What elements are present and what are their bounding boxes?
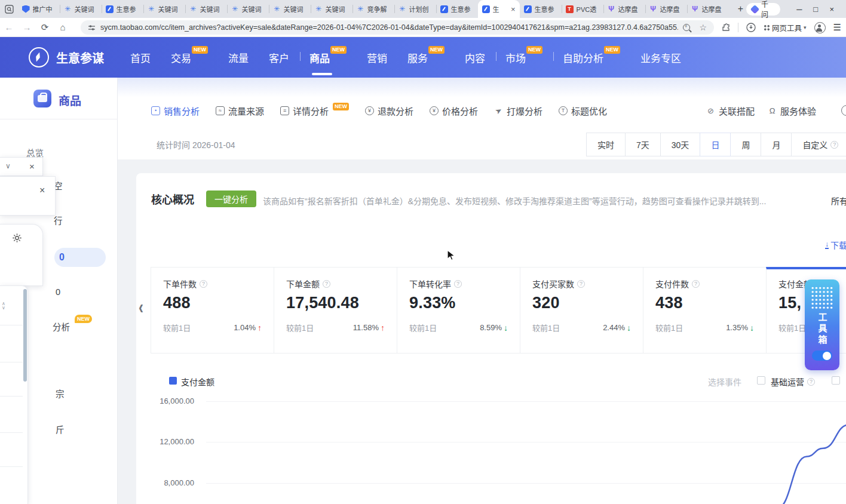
event-checkbox-2[interactable] — [832, 376, 840, 385]
date-range-button[interactable]: 周 ? — [730, 133, 761, 156]
browser-tab[interactable]: 关键词 × — [269, 0, 311, 18]
browser-brand-button[interactable]: 千问 — [746, 3, 780, 16]
carousel-prev-arrow[interactable]: ‹ — [139, 295, 143, 318]
nav-item[interactable]: 商品NEW — [309, 50, 347, 65]
browser-menu-icon[interactable]: ☰ — [833, 22, 841, 33]
metric-card[interactable]: 支付件数? 438 较前1日 1.35% — [643, 267, 767, 354]
analysis-tab[interactable]: 标题优化 — [559, 105, 607, 117]
all-actions-link[interactable]: 所有 — [831, 195, 846, 207]
window-minimize-button[interactable]: ─ — [791, 5, 807, 14]
analysis-tab[interactable]: 流量来源 — [216, 105, 264, 117]
nav-item[interactable]: 业务专区 — [640, 50, 681, 65]
close-icon[interactable]: × — [29, 161, 35, 171]
nav-item[interactable]: 流量 — [228, 50, 249, 65]
tab-close-icon[interactable]: × — [511, 5, 516, 14]
sidebar-item-fragment[interactable]: 行 — [54, 214, 63, 226]
date-range-button[interactable]: 30天 ? — [660, 133, 701, 156]
browser-tab[interactable]: 竞争解 × — [352, 0, 394, 18]
browser-tab[interactable]: PVC透 × — [562, 0, 603, 18]
help-icon[interactable]: ? — [807, 378, 815, 386]
collapse-chevron-icon[interactable]: ∨ — [5, 162, 11, 170]
help-icon[interactable]: ? — [830, 141, 838, 149]
gear-icon[interactable] — [12, 233, 22, 245]
event-checkbox[interactable] — [757, 376, 765, 385]
toolbox-toggle[interactable] — [812, 351, 832, 361]
extensions-puzzle-icon[interactable] — [722, 23, 730, 32]
analysis-tab[interactable]: 退款分析 — [365, 105, 413, 117]
date-range-button[interactable]: 月 ? — [761, 133, 792, 156]
nav-item[interactable]: 交易NEW — [171, 50, 208, 65]
nav-item[interactable]: 首页 — [130, 50, 151, 65]
analysis-tab[interactable]: 打爆分析 — [494, 105, 542, 117]
metric-card[interactable]: 支付买家数? 320 较前1日 2.44% — [520, 267, 643, 354]
nav-item[interactable]: 内容 — [465, 50, 485, 65]
sort-chevrons-icon[interactable]: ∧∨ — [2, 302, 5, 310]
metric-card[interactable]: 下单金额? 17,540.48 较前1日 11.58% — [274, 267, 397, 354]
clipped-icon[interactable] — [841, 105, 846, 116]
floating-panel-settings[interactable] — [0, 224, 43, 286]
window-close-button[interactable]: × — [824, 5, 840, 14]
nav-item[interactable]: 客户 — [269, 50, 289, 65]
nav-item[interactable]: 营销 — [367, 50, 387, 65]
back-button[interactable]: ← — [0, 22, 18, 32]
browser-tab[interactable]: 关键词 × — [60, 0, 102, 18]
browser-tab[interactable]: 关键词 × — [185, 0, 227, 18]
new-tab-button[interactable]: + — [735, 4, 747, 14]
meta-link[interactable]: 服务体验 — [768, 105, 816, 117]
metric-card[interactable]: 下单件数? 488 较前1日 1.04% — [151, 267, 274, 354]
web-tools-button[interactable]: 网页工具 ▾ — [764, 22, 807, 33]
sidebar-item-fragment[interactable]: 宗 — [56, 387, 65, 399]
sidebar-item-fragment[interactable]: 0 — [59, 252, 65, 263]
browser-tab[interactable]: 关键词 × — [227, 0, 269, 18]
browser-tab[interactable]: 推广中 × — [18, 0, 60, 18]
browser-tab[interactable]: 达摩盘 × — [687, 0, 729, 18]
home-button[interactable]: ⌂ — [54, 22, 72, 32]
date-range-button[interactable]: 7天 ? — [625, 133, 661, 156]
browser-tab[interactable]: 关键词 × — [143, 0, 185, 18]
close-icon[interactable]: × — [39, 185, 45, 196]
floating-panel-small[interactable]: ∨ × — [0, 157, 43, 176]
browser-tab[interactable]: 生 × — [478, 0, 520, 18]
meta-link[interactable]: 关联搭配 — [706, 105, 755, 117]
date-range-button[interactable]: 实时 ? — [586, 133, 626, 156]
bookmark-star-icon[interactable]: ☆ — [699, 23, 707, 32]
nav-item[interactable]: 市场NEW — [505, 50, 542, 65]
profile-avatar[interactable] — [814, 22, 826, 33]
floating-panel[interactable]: × — [0, 176, 56, 216]
site-settings-icon[interactable] — [88, 24, 96, 32]
sidebar-item-fragment[interactable]: 斤 — [56, 423, 65, 435]
metric-card[interactable]: 下单转化率? 9.33% 较前1日 8.59% — [397, 267, 520, 354]
browser-tab[interactable]: 生意参 × — [102, 0, 143, 18]
help-icon[interactable]: ? — [200, 280, 207, 288]
scrollbar-thumb[interactable] — [23, 289, 27, 382]
tab-search-icon[interactable] — [4, 3, 16, 15]
analysis-tab[interactable]: 详情分析 NEW — [280, 105, 349, 117]
one-click-analyze-button[interactable]: 一键分析 — [206, 190, 256, 207]
zoom-icon[interactable] — [683, 24, 690, 31]
help-icon[interactable]: ? — [454, 280, 462, 288]
forward-button[interactable]: → — [18, 22, 36, 32]
browser-tab[interactable]: 计划创 × — [394, 0, 436, 18]
help-icon[interactable]: ? — [323, 280, 330, 288]
download-icon[interactable] — [746, 23, 756, 32]
date-range-button[interactable]: 日 ? — [700, 133, 731, 156]
nav-item[interactable]: 自助分析NEW — [563, 50, 620, 65]
analysis-tab[interactable]: 价格分析 — [430, 105, 478, 117]
date-range-button[interactable]: 自定义 ? — [791, 133, 846, 156]
browser-tab[interactable]: 关键词 × — [311, 0, 352, 18]
help-icon[interactable]: ? — [692, 280, 700, 288]
download-link[interactable]: ↓ 下载 — [825, 239, 846, 251]
nav-item[interactable]: 服务NEW — [407, 50, 445, 65]
browser-tab[interactable]: 达摩盘 × — [645, 0, 687, 18]
sidebar-item-fragment[interactable]: 0 — [56, 287, 60, 297]
brand-name[interactable]: 生意参谋 — [56, 49, 104, 66]
window-maximize-button[interactable]: □ — [807, 5, 823, 14]
browser-tab[interactable]: 生意参 × — [520, 0, 562, 18]
sidebar-item-fragment[interactable]: 分析NEW — [53, 320, 70, 333]
help-icon[interactable]: ? — [577, 280, 585, 288]
toolbox-widget[interactable]: 工具箱 — [805, 279, 839, 370]
browser-tab[interactable]: 生意参 × — [436, 0, 478, 18]
address-bar[interactable]: sycm.taobao.com/cc/item_archives?activeK… — [81, 20, 714, 35]
analysis-tab[interactable]: 销售分析 — [151, 105, 200, 117]
browser-tab[interactable]: 达摩盘 × — [603, 0, 645, 18]
